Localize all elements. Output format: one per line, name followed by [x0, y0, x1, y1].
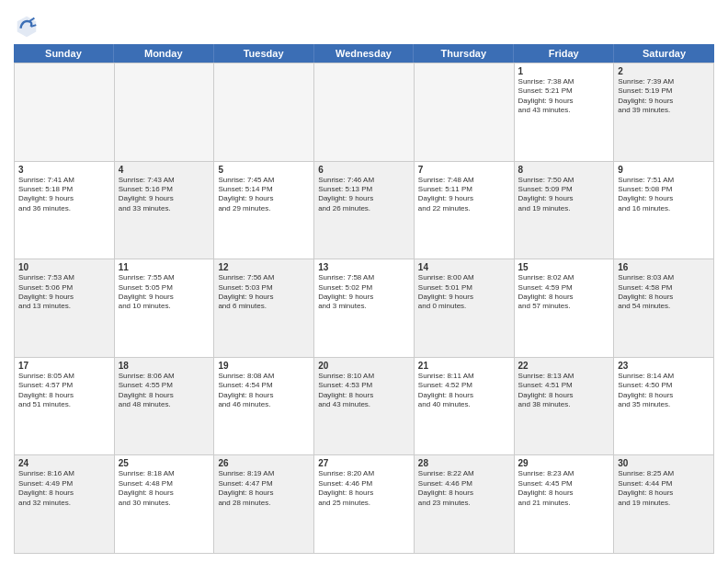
day-number: 22 — [518, 361, 610, 371]
day-number: 19 — [218, 361, 310, 371]
header — [14, 9, 714, 39]
weekday-header: Sunday — [14, 44, 114, 63]
day-number: 2 — [618, 66, 710, 76]
day-info: Sunrise: 7:38 AM Sunset: 5:21 PM Dayligh… — [518, 77, 610, 116]
day-info: Sunrise: 8:05 AM Sunset: 4:57 PM Dayligh… — [18, 372, 110, 410]
calendar-cell: 23Sunrise: 8:14 AM Sunset: 4:50 PM Dayli… — [614, 358, 714, 455]
logo — [14, 13, 43, 39]
day-info: Sunrise: 8:23 AM Sunset: 4:45 PM Dayligh… — [518, 469, 610, 508]
day-number: 27 — [318, 458, 410, 468]
day-info: Sunrise: 7:46 AM Sunset: 5:13 PM Dayligh… — [318, 176, 410, 214]
day-info: Sunrise: 7:48 AM Sunset: 5:11 PM Dayligh… — [418, 176, 510, 214]
calendar-cell: 6Sunrise: 7:46 AM Sunset: 5:13 PM Daylig… — [314, 162, 415, 259]
day-number: 5 — [218, 165, 310, 175]
day-info: Sunrise: 8:03 AM Sunset: 4:58 PM Dayligh… — [618, 273, 710, 312]
calendar-cell: 10Sunrise: 7:53 AM Sunset: 5:06 PM Dayli… — [15, 259, 115, 357]
calendar-row: 17Sunrise: 8:05 AM Sunset: 4:57 PM Dayli… — [15, 358, 714, 456]
day-info: Sunrise: 8:08 AM Sunset: 4:54 PM Dayligh… — [218, 372, 310, 410]
day-info: Sunrise: 8:00 AM Sunset: 5:01 PM Dayligh… — [418, 273, 510, 312]
day-number: 24 — [18, 458, 110, 468]
day-number: 29 — [518, 458, 610, 468]
calendar-cell: 11Sunrise: 7:55 AM Sunset: 5:05 PM Dayli… — [115, 259, 215, 357]
day-info: Sunrise: 7:51 AM Sunset: 5:08 PM Dayligh… — [618, 176, 710, 214]
calendar-body: 1Sunrise: 7:38 AM Sunset: 5:21 PM Daylig… — [14, 63, 714, 554]
day-number: 10 — [18, 262, 110, 272]
day-info: Sunrise: 8:10 AM Sunset: 4:53 PM Dayligh… — [318, 372, 410, 410]
weekday-header: Friday — [514, 44, 614, 63]
calendar-cell: 28Sunrise: 8:22 AM Sunset: 4:46 PM Dayli… — [415, 455, 515, 553]
day-number: 8 — [518, 165, 610, 175]
calendar-cell — [15, 63, 115, 161]
calendar-cell: 21Sunrise: 8:11 AM Sunset: 4:52 PM Dayli… — [415, 358, 515, 455]
day-number: 7 — [418, 165, 510, 175]
weekday-header: Thursday — [414, 44, 514, 63]
calendar-cell — [214, 63, 314, 161]
day-number: 11 — [119, 262, 210, 272]
calendar-cell: 8Sunrise: 7:50 AM Sunset: 5:09 PM Daylig… — [515, 162, 615, 259]
calendar-cell: 22Sunrise: 8:13 AM Sunset: 4:51 PM Dayli… — [515, 358, 615, 455]
day-info: Sunrise: 8:13 AM Sunset: 4:51 PM Dayligh… — [518, 372, 610, 410]
calendar-cell — [314, 63, 415, 161]
day-info: Sunrise: 8:18 AM Sunset: 4:48 PM Dayligh… — [119, 469, 210, 508]
day-number: 20 — [318, 361, 410, 371]
calendar-cell: 14Sunrise: 8:00 AM Sunset: 5:01 PM Dayli… — [415, 259, 515, 357]
calendar-row: 24Sunrise: 8:16 AM Sunset: 4:49 PM Dayli… — [15, 455, 714, 554]
day-info: Sunrise: 8:14 AM Sunset: 4:50 PM Dayligh… — [618, 372, 710, 410]
calendar-cell: 25Sunrise: 8:18 AM Sunset: 4:48 PM Dayli… — [115, 455, 215, 553]
day-number: 1 — [518, 66, 610, 76]
day-info: Sunrise: 8:25 AM Sunset: 4:44 PM Dayligh… — [618, 469, 710, 508]
day-number: 3 — [18, 165, 110, 175]
calendar-cell: 1Sunrise: 7:38 AM Sunset: 5:21 PM Daylig… — [515, 63, 615, 161]
day-number: 25 — [119, 458, 210, 468]
calendar-cell: 12Sunrise: 7:56 AM Sunset: 5:03 PM Dayli… — [214, 259, 314, 357]
day-number: 17 — [18, 361, 110, 371]
calendar-cell: 13Sunrise: 7:58 AM Sunset: 5:02 PM Dayli… — [314, 259, 415, 357]
day-info: Sunrise: 7:53 AM Sunset: 5:06 PM Dayligh… — [18, 273, 110, 312]
day-number: 13 — [318, 262, 410, 272]
day-number: 4 — [119, 165, 210, 175]
day-number: 23 — [618, 361, 710, 371]
calendar-row: 10Sunrise: 7:53 AM Sunset: 5:06 PM Dayli… — [15, 259, 714, 358]
day-info: Sunrise: 8:16 AM Sunset: 4:49 PM Dayligh… — [18, 469, 110, 508]
day-info: Sunrise: 7:50 AM Sunset: 5:09 PM Dayligh… — [518, 176, 610, 214]
calendar-row: 3Sunrise: 7:41 AM Sunset: 5:18 PM Daylig… — [15, 162, 714, 260]
day-info: Sunrise: 7:45 AM Sunset: 5:14 PM Dayligh… — [218, 176, 310, 214]
calendar-cell: 19Sunrise: 8:08 AM Sunset: 4:54 PM Dayli… — [214, 358, 314, 455]
calendar-cell: 15Sunrise: 8:02 AM Sunset: 4:59 PM Dayli… — [515, 259, 615, 357]
weekday-header: Tuesday — [214, 44, 314, 63]
calendar-cell — [415, 63, 515, 161]
day-info: Sunrise: 8:06 AM Sunset: 4:55 PM Dayligh… — [119, 372, 210, 410]
calendar-cell: 29Sunrise: 8:23 AM Sunset: 4:45 PM Dayli… — [515, 455, 615, 553]
calendar-page: SundayMondayTuesdayWednesdayThursdayFrid… — [0, 0, 728, 563]
calendar-cell: 18Sunrise: 8:06 AM Sunset: 4:55 PM Dayli… — [115, 358, 215, 455]
day-number: 6 — [318, 165, 410, 175]
weekday-header: Saturday — [614, 44, 714, 63]
day-number: 15 — [518, 262, 610, 272]
calendar-cell: 17Sunrise: 8:05 AM Sunset: 4:57 PM Dayli… — [15, 358, 115, 455]
calendar-cell: 5Sunrise: 7:45 AM Sunset: 5:14 PM Daylig… — [214, 162, 314, 259]
day-number: 9 — [618, 165, 710, 175]
day-number: 28 — [418, 458, 510, 468]
day-info: Sunrise: 7:41 AM Sunset: 5:18 PM Dayligh… — [18, 176, 110, 214]
calendar-cell: 2Sunrise: 7:39 AM Sunset: 5:19 PM Daylig… — [614, 63, 714, 161]
day-info: Sunrise: 7:56 AM Sunset: 5:03 PM Dayligh… — [218, 273, 310, 312]
weekday-header: Monday — [114, 44, 214, 63]
calendar-cell: 4Sunrise: 7:43 AM Sunset: 5:16 PM Daylig… — [115, 162, 215, 259]
calendar-cell: 3Sunrise: 7:41 AM Sunset: 5:18 PM Daylig… — [15, 162, 115, 259]
day-info: Sunrise: 7:55 AM Sunset: 5:05 PM Dayligh… — [119, 273, 210, 312]
calendar-cell: 30Sunrise: 8:25 AM Sunset: 4:44 PM Dayli… — [614, 455, 714, 553]
day-number: 14 — [418, 262, 510, 272]
calendar: SundayMondayTuesdayWednesdayThursdayFrid… — [14, 44, 714, 554]
calendar-cell: 24Sunrise: 8:16 AM Sunset: 4:49 PM Dayli… — [15, 455, 115, 553]
day-info: Sunrise: 7:58 AM Sunset: 5:02 PM Dayligh… — [318, 273, 410, 312]
weekday-header: Wednesday — [314, 44, 415, 63]
day-info: Sunrise: 7:39 AM Sunset: 5:19 PM Dayligh… — [618, 77, 710, 116]
calendar-header: SundayMondayTuesdayWednesdayThursdayFrid… — [14, 44, 714, 63]
logo-icon — [14, 13, 40, 39]
calendar-cell — [115, 63, 215, 161]
day-number: 12 — [218, 262, 310, 272]
day-number: 16 — [618, 262, 710, 272]
calendar-cell: 9Sunrise: 7:51 AM Sunset: 5:08 PM Daylig… — [614, 162, 714, 259]
calendar-cell: 7Sunrise: 7:48 AM Sunset: 5:11 PM Daylig… — [415, 162, 515, 259]
day-info: Sunrise: 8:11 AM Sunset: 4:52 PM Dayligh… — [418, 372, 510, 410]
